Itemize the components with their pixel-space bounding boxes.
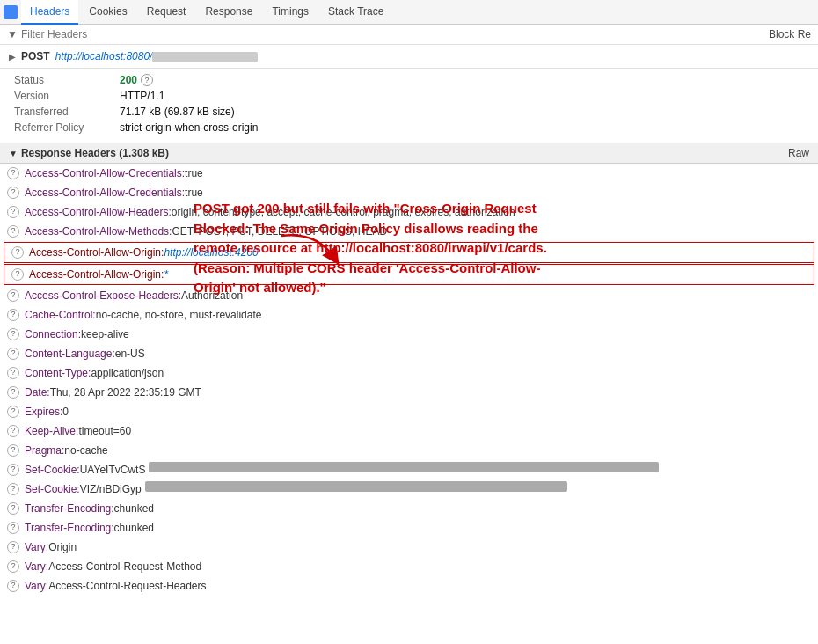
header-value: Authorization — [181, 288, 243, 304]
header-help-icon[interactable]: ? — [7, 560, 19, 573]
request-method: POST — [21, 50, 50, 62]
header-item: ? Vary: Access-Control-Request-Headers — [0, 576, 818, 595]
header-item: ? Access-Control-Allow-Origin: http://lo… — [4, 242, 814, 263]
header-help-icon[interactable]: ? — [7, 206, 19, 218]
header-help-icon[interactable]: ? — [7, 522, 19, 534]
raw-button[interactable]: Raw — [788, 147, 809, 159]
header-item: ? Set-Cookie: VIZ/nBDiGyp — [0, 479, 818, 499]
header-name: Access-Control-Allow-Credentials: — [25, 165, 185, 181]
header-item: ? Pragma: no-cache — [0, 441, 818, 460]
header-name: Access-Control-Expose-Headers: — [25, 288, 181, 304]
block-re-button[interactable]: Block Re — [769, 28, 811, 40]
header-item: ? Access-Control-Allow-Methods: GET, POS… — [0, 222, 818, 241]
header-help-icon[interactable]: ? — [7, 444, 19, 457]
header-name: Transfer-Encoding: — [25, 520, 114, 536]
header-item: ? Set-Cookie: UAYeITvCwtS — [0, 460, 818, 479]
header-item: ? Transfer-Encoding: chunked — [0, 499, 818, 518]
header-value: origin, content-type, accept, cache-cont… — [172, 204, 515, 220]
response-headers-title: ▼ Response Headers (1.308 kB) — [9, 147, 169, 159]
header-value: chunked — [114, 501, 154, 516]
header-value: chunked — [114, 520, 154, 536]
tab-stacktrace[interactable]: Stack Trace — [319, 0, 392, 25]
filter-icon: ▼ — [7, 28, 18, 40]
tab-timings[interactable]: Timings — [263, 0, 318, 25]
header-value: Thu, 28 Apr 2022 22:35:19 GMT — [50, 384, 201, 400]
info-row-version: Version HTTP/1.1 — [14, 88, 804, 104]
response-headers-section-header: ▼ Response Headers (1.308 kB) Raw — [0, 143, 818, 164]
request-url: http://localhost:8080/ — [55, 50, 259, 62]
header-help-icon[interactable]: ? — [7, 309, 19, 321]
header-value: 0 — [62, 404, 69, 420]
header-value: true — [185, 185, 203, 201]
status-help-icon[interactable]: ? — [141, 74, 153, 86]
header-help-icon[interactable]: ? — [7, 425, 19, 437]
header-value-redacted — [145, 481, 567, 492]
info-row-status: Status 200 ? — [14, 72, 804, 88]
header-help-icon[interactable]: ? — [7, 225, 19, 238]
tab-bar: Headers Cookies Request Response Timings… — [0, 0, 818, 25]
header-help-icon[interactable]: ? — [7, 289, 19, 302]
tab-request[interactable]: Request — [138, 0, 195, 25]
header-item: ? Connection: keep-alive — [0, 325, 818, 344]
header-help-icon[interactable]: ? — [7, 328, 19, 340]
header-help-icon[interactable]: ? — [11, 246, 24, 259]
header-item: ? Vary: Origin — [0, 538, 818, 557]
header-item: ? Expires: 0 — [0, 402, 818, 421]
header-name: Access-Control-Allow-Credentials: — [25, 185, 185, 201]
status-label: Status — [14, 74, 120, 86]
header-name: Keep-Alive: — [25, 423, 78, 439]
header-value-redacted — [149, 462, 659, 472]
referrer-value: strict-origin-when-cross-origin — [120, 121, 258, 134]
header-help-icon[interactable]: ? — [7, 580, 19, 592]
header-value: true — [185, 165, 203, 181]
header-item: ? Cache-Control: no-cache, no-store, mus… — [0, 305, 818, 325]
tab-cookies[interactable]: Cookies — [80, 0, 135, 25]
header-item: ? Access-Control-Allow-Credentials: true — [0, 183, 818, 202]
request-row: ▶ POST http://localhost:8080/ — [0, 45, 818, 69]
header-name: Date: — [25, 384, 50, 400]
network-icon — [4, 5, 18, 19]
header-help-icon[interactable]: ? — [7, 187, 19, 199]
header-help-icon[interactable]: ? — [7, 464, 19, 476]
tab-headers[interactable]: Headers — [21, 0, 78, 25]
header-name: Access-Control-Allow-Origin: — [29, 245, 164, 260]
tab-response[interactable]: Response — [196, 0, 261, 25]
header-help-icon[interactable]: ? — [7, 386, 19, 399]
header-value: no-cache, no-store, must-revalidate — [96, 307, 262, 323]
header-name: Expires: — [25, 404, 62, 420]
url-redacted — [152, 52, 258, 62]
header-name: Set-Cookie: — [25, 462, 80, 478]
header-help-icon[interactable]: ? — [7, 167, 19, 179]
info-table: Status 200 ? Version HTTP/1.1 Transferre… — [0, 69, 818, 143]
header-name: Set-Cookie: — [25, 481, 80, 497]
transferred-label: Transferred — [14, 106, 120, 118]
header-value: Origin — [48, 539, 77, 555]
header-help-icon[interactable]: ? — [7, 406, 19, 418]
header-item: ? Vary: Access-Control-Request-Method — [0, 557, 818, 576]
expand-arrow-icon[interactable]: ▶ — [9, 52, 16, 62]
section-expand-icon[interactable]: ▼ — [9, 149, 18, 158]
header-name: Content-Language: — [25, 346, 115, 362]
header-value: Access-Control-Request-Method — [48, 559, 201, 574]
header-help-icon[interactable]: ? — [7, 348, 19, 360]
header-name: Content-Type: — [25, 365, 91, 381]
headers-container: ? Access-Control-Allow-Credentials: true… — [0, 164, 818, 595]
header-help-icon[interactable]: ? — [7, 367, 19, 379]
filter-input-wrap: ▼ — [7, 28, 769, 40]
version-value: HTTP/1.1 — [120, 90, 164, 102]
header-name: Vary: — [25, 539, 48, 555]
header-help-icon[interactable]: ? — [11, 268, 24, 281]
referrer-label: Referrer Policy — [14, 121, 120, 134]
header-item: ? Access-Control-Allow-Credentials: true — [0, 164, 818, 183]
header-item: ? Content-Type: application/json — [0, 363, 818, 383]
header-item: ? Transfer-Encoding: chunked — [0, 518, 818, 538]
header-help-icon[interactable]: ? — [7, 483, 19, 495]
header-help-icon[interactable]: ? — [7, 502, 19, 515]
header-help-icon[interactable]: ? — [7, 541, 19, 553]
header-name: Vary: — [25, 578, 48, 594]
status-code: 200 — [120, 74, 137, 86]
header-item: ? Keep-Alive: timeout=60 — [0, 421, 818, 441]
header-value: http://localhost:4200 — [164, 245, 258, 260]
filter-input[interactable] — [21, 28, 153, 40]
header-value: Access-Control-Request-Headers — [48, 578, 206, 594]
